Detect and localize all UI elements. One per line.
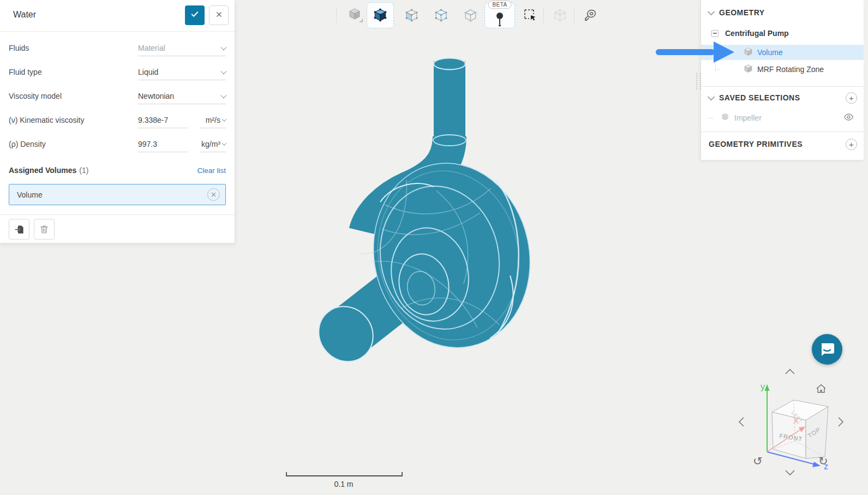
tree-item-label: Volume <box>757 48 783 57</box>
clear-list-link[interactable]: Clear list <box>197 166 226 175</box>
chevron-down-icon <box>220 44 226 50</box>
viewer-toolbar: BETA <box>327 0 611 31</box>
input-value: 997.3 <box>138 140 157 148</box>
delete-icon <box>39 224 49 234</box>
form-row-viscosity-model: Viscosity model Newtonian <box>9 84 226 108</box>
measure-button[interactable] <box>579 3 601 27</box>
form-row-density: (ρ) Density 997.3 kg/m³ <box>9 132 226 156</box>
close-icon <box>215 10 223 21</box>
visibility-eye-icon[interactable] <box>843 113 854 123</box>
fluids-dropdown[interactable]: Material <box>138 40 226 56</box>
select-assembly-button-disabled[interactable] <box>549 3 571 27</box>
density-input[interactable]: 997.3 <box>138 136 188 152</box>
box-select-icon <box>523 8 538 23</box>
x-axis-label: X <box>793 416 799 425</box>
tree-row-mrf-rotating-zone[interactable]: MRF Rotating Zone <box>701 60 864 79</box>
tree-item-label: MRF Rotating Zone <box>757 65 824 74</box>
check-icon <box>190 9 200 21</box>
field-label: (ν) Kinematic viscosity <box>9 116 138 124</box>
field-label: Fluid type <box>9 68 138 76</box>
scene-tree-panel: GEOMETRY Centrifugal Pump Volume MRF Rot… <box>701 0 864 160</box>
scale-bar-label: 0.1 m <box>281 480 406 488</box>
unit-value: kg/m³ <box>201 140 220 148</box>
chevron-down-icon <box>220 68 226 74</box>
unit-value: m²/s <box>206 116 220 124</box>
select-edge-button[interactable] <box>429 3 453 27</box>
toolbar-separator <box>574 7 574 23</box>
home-view-icon[interactable] <box>817 385 825 392</box>
dropdown-value: Newtonian <box>138 92 174 100</box>
navigation-widget: ↺ ↻ y z FRONT TOP LEFT X <box>729 362 853 482</box>
box-select-button[interactable] <box>518 3 542 27</box>
tree-row-volume[interactable]: Volume <box>701 45 864 60</box>
pump-model[interactable] <box>308 58 547 373</box>
assigned-volume-chip[interactable]: Volume <box>9 184 226 205</box>
chevron-down-icon <box>222 141 226 145</box>
form-row-fluids: Fluids Material <box>9 36 226 60</box>
chat-bubble-icon <box>819 341 835 357</box>
assembly-cube-icon <box>553 8 567 23</box>
field-label: (ρ) Density <box>9 140 138 148</box>
tree-row-centrifugal-pump[interactable]: Centrifugal Pump <box>701 25 864 41</box>
roll-ccw-icon[interactable]: ↺ <box>753 455 763 467</box>
geometry-primitives-header[interactable]: GEOMETRY PRIMITIVES + <box>701 132 864 156</box>
input-value: 9.338e-7 <box>138 116 168 124</box>
mrf-cube-icon <box>744 64 753 75</box>
select-edge-icon <box>434 8 448 23</box>
saved-selections-header[interactable]: SAVED SELECTIONS + <box>701 87 864 109</box>
tree-item-label: Impeller <box>734 114 762 122</box>
dropdown-value: Liquid <box>138 68 158 76</box>
panel-header: Water <box>0 0 235 32</box>
import-selection-button[interactable] <box>9 219 29 240</box>
field-label: Viscosity model <box>9 92 138 100</box>
fit-view-cube-icon <box>348 7 364 23</box>
rotate-right-chevron[interactable] <box>839 418 843 426</box>
probe-point-button[interactable]: BETA <box>484 2 515 28</box>
select-face-button[interactable] <box>399 3 423 27</box>
scale-bar: 0.1 m <box>281 467 406 481</box>
delete-button[interactable] <box>34 219 55 240</box>
tree-row-impeller[interactable]: Impeller <box>701 109 864 127</box>
geometry-section-header[interactable]: GEOMETRY <box>701 0 864 25</box>
form-row-kinematic-viscosity: (ν) Kinematic viscosity 9.338e-7 m²/s <box>9 108 226 132</box>
toolbar-separator <box>543 7 544 23</box>
support-chat-button[interactable] <box>812 334 842 365</box>
assigned-volumes-count: (1) <box>79 166 88 175</box>
close-button[interactable] <box>209 5 229 25</box>
viscosity-unit-dropdown[interactable]: m²/s <box>200 112 226 128</box>
rotate-left-chevron[interactable] <box>739 418 744 426</box>
select-vertex-button[interactable] <box>458 3 482 27</box>
rotate-down-chevron[interactable] <box>786 470 794 475</box>
remove-chip-button[interactable] <box>207 188 220 201</box>
chevron-down-icon[interactable] <box>708 93 715 100</box>
collapse-icon[interactable] <box>711 30 719 37</box>
chevron-down-icon <box>220 92 226 98</box>
add-saved-selection-button[interactable]: + <box>846 92 857 104</box>
density-unit-dropdown[interactable]: kg/m³ <box>200 136 226 152</box>
select-volume-icon <box>373 8 388 23</box>
kinematic-viscosity-input[interactable]: 9.338e-7 <box>138 112 188 128</box>
select-face-icon <box>404 8 419 23</box>
chevron-down-icon[interactable] <box>708 8 715 15</box>
x-icon <box>211 192 216 197</box>
add-geometry-primitive-button[interactable]: + <box>846 139 857 150</box>
impeller-layers-icon <box>720 112 730 124</box>
select-volume-button[interactable] <box>367 2 394 28</box>
fluid-type-dropdown[interactable]: Liquid <box>138 64 226 80</box>
geometry-section-title: GEOMETRY <box>719 8 765 17</box>
rotate-up-chevron[interactable] <box>786 369 794 374</box>
scale-bar-line <box>281 467 406 479</box>
z-axis-label: z <box>824 462 828 471</box>
assigned-volumes-header: Assigned Volumes (1) Clear list <box>9 160 226 180</box>
fit-view-button[interactable] <box>344 3 368 27</box>
geometry-primitives-title: GEOMETRY PRIMITIVES <box>709 140 803 148</box>
measure-tape-icon <box>583 8 598 23</box>
y-axis-label: y <box>761 382 765 391</box>
dropdown-value: Material <box>138 44 165 52</box>
viscosity-model-dropdown[interactable]: Newtonian <box>138 88 226 104</box>
probe-pin-icon <box>494 12 506 29</box>
panel-resize-handle[interactable] <box>696 73 701 90</box>
saved-selections-title: SAVED SELECTIONS <box>719 93 800 102</box>
tree-item-label: Centrifugal Pump <box>725 29 789 38</box>
apply-button[interactable] <box>185 5 205 25</box>
